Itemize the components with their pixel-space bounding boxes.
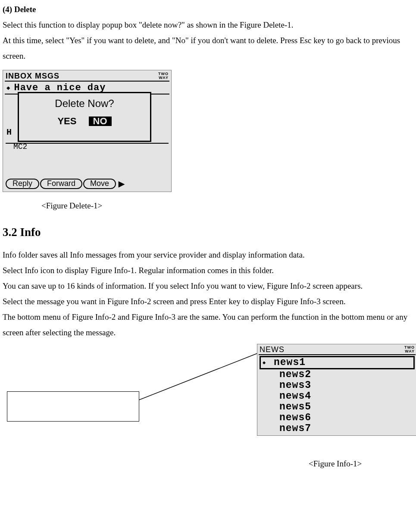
delete-confirm-popup: Delete Now? YES NO: [18, 92, 151, 142]
two-way-indicator: TWOWAY: [404, 346, 415, 353]
figure-info-caption: <Figure Info-1>: [309, 456, 413, 472]
svg-line-0: [139, 353, 257, 400]
section-4-para-1: Select this function to display popup bo…: [3, 17, 413, 33]
section-3-2-para-3: You can save up to 16 kinds of informati…: [3, 278, 413, 294]
figure-delete-caption: <Figure Delete-1>: [41, 198, 413, 214]
news-item-label: news1: [274, 358, 306, 368]
news-item-2[interactable]: news2: [259, 369, 416, 380]
softkey-forward[interactable]: Forward: [40, 179, 82, 189]
diamond-icon: ◆: [6, 85, 10, 91]
no-button[interactable]: NO: [89, 116, 112, 126]
news-item-label: news6: [279, 413, 311, 423]
figure-delete-screenshot: INBOX MSGS TWOWAY ◆ Have a nice day H MC…: [3, 70, 172, 192]
softkey-reply[interactable]: Reply: [6, 179, 39, 189]
section-3-2-title: 3.2 Info: [3, 221, 413, 243]
news-item-label: news5: [279, 402, 311, 412]
right-arrow-icon[interactable]: ▶: [119, 180, 125, 188]
placeholder-rect: [7, 391, 139, 422]
news-item-3[interactable]: news3: [259, 380, 416, 391]
news-item-label: news4: [279, 391, 311, 401]
news-item-1[interactable]: ◆ news1: [260, 356, 415, 369]
softkey-move[interactable]: Move: [83, 179, 116, 189]
section-3-2-para-1: Info folder saves all Info messages from…: [3, 247, 413, 263]
news-item-6[interactable]: news6: [259, 412, 416, 423]
section-3-2-para-2: Select Info icon to display Figure Info-…: [3, 263, 413, 278]
figure-info-screenshot: NEWS TWOWAY ◆ news1 news2 news3 news4 ne…: [257, 344, 416, 436]
news-item-5[interactable]: news5: [259, 402, 416, 412]
news-item-label: news2: [279, 370, 311, 380]
news-screen-title: NEWS: [260, 346, 285, 353]
section-4-para-2: At this time, select "Yes" if you want t…: [3, 33, 413, 64]
screen-title: INBOX MSGS: [6, 72, 59, 80]
mc2-text: MC2: [13, 143, 27, 151]
news-item-label: news3: [279, 381, 311, 390]
message-subject: Have a nice day: [14, 83, 106, 93]
two-way-indicator: TWOWAY: [158, 72, 169, 80]
diamond-icon: ◆: [263, 360, 269, 365]
partial-text-h: H: [6, 128, 12, 137]
popup-question: Delete Now?: [19, 98, 150, 109]
section-3-2-para-5: The bottom menu of Figure Info-2 and Fig…: [3, 309, 413, 340]
connector-line: [139, 348, 260, 409]
news-item-7[interactable]: news7: [259, 423, 416, 434]
news-item-label: news7: [279, 424, 311, 434]
yes-button[interactable]: YES: [57, 116, 76, 126]
section-3-2-para-4: Select the message you want in Figure In…: [3, 294, 413, 309]
news-item-4[interactable]: news4: [259, 391, 416, 402]
section-4-title: (4) Delete: [3, 2, 413, 17]
